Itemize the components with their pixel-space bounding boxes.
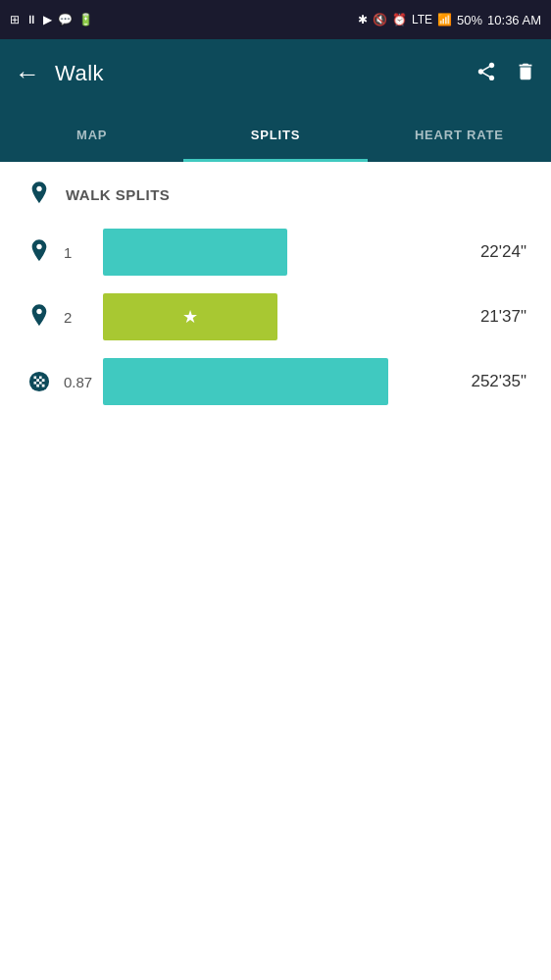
status-bar-left: ⊞ ⏸ ▶ 💬 🔋 bbox=[10, 13, 93, 26]
svg-rect-15 bbox=[39, 385, 42, 387]
svg-rect-10 bbox=[36, 382, 39, 385]
battery-low-icon: 🔋 bbox=[78, 13, 93, 26]
bluetooth-icon: ✱ bbox=[358, 13, 368, 26]
svg-rect-14 bbox=[36, 385, 39, 387]
svg-rect-7 bbox=[39, 379, 42, 382]
tab-splits[interactable]: SPLITS bbox=[183, 108, 367, 162]
svg-rect-6 bbox=[36, 379, 39, 382]
svg-rect-8 bbox=[42, 379, 45, 382]
svg-rect-2 bbox=[36, 377, 39, 380]
split-1-number: 1 bbox=[64, 244, 93, 261]
split-2-number: 2 bbox=[64, 309, 93, 326]
header-actions bbox=[476, 61, 536, 87]
tab-map[interactable]: MAP bbox=[0, 108, 183, 162]
split-2-star-icon: ★ bbox=[182, 306, 198, 328]
page-title: Walk bbox=[55, 61, 476, 86]
header: ← Walk bbox=[0, 39, 551, 108]
split-1-pin-icon bbox=[25, 239, 54, 265]
signal-icon: LTE bbox=[412, 13, 432, 26]
split-2-pin-icon bbox=[25, 304, 54, 330]
split-row-3: 0.87 252'35" bbox=[25, 358, 526, 405]
split-3-time: 252'35" bbox=[448, 372, 526, 391]
svg-rect-1 bbox=[34, 377, 37, 380]
tab-bar: MAP SPLITS HEART RATE bbox=[0, 108, 551, 162]
split-2-bar: ★ bbox=[103, 293, 277, 340]
tab-heart-rate[interactable]: HEART RATE bbox=[368, 108, 551, 162]
split-1-time: 22'24" bbox=[448, 242, 526, 262]
volume-mute-icon: 🔇 bbox=[373, 13, 387, 26]
add-icon: ⊞ bbox=[10, 13, 20, 26]
svg-rect-13 bbox=[34, 385, 37, 387]
section-pin-icon bbox=[25, 181, 54, 207]
split-2-bar-container: ★ bbox=[103, 293, 438, 340]
time-display: 10:36 AM bbox=[487, 13, 541, 27]
split-3-checker-icon bbox=[25, 371, 54, 392]
split-row-1: 1 22'24" bbox=[25, 229, 526, 276]
content-area: WALK SPLITS 1 22'24" 2 ★ 21'37" bbox=[0, 162, 551, 442]
split-3-bar bbox=[103, 358, 388, 405]
svg-rect-11 bbox=[39, 382, 42, 385]
youtube-icon: ▶ bbox=[43, 13, 52, 26]
section-header-text: WALK SPLITS bbox=[66, 186, 170, 203]
svg-rect-5 bbox=[34, 379, 37, 382]
svg-rect-9 bbox=[34, 382, 37, 385]
alarm-icon: ⏰ bbox=[392, 13, 407, 26]
svg-rect-12 bbox=[42, 382, 45, 385]
split-2-time: 21'37" bbox=[448, 307, 526, 327]
share-button[interactable] bbox=[476, 61, 497, 87]
svg-rect-16 bbox=[42, 385, 45, 387]
split-row-2: 2 ★ 21'37" bbox=[25, 293, 526, 340]
svg-rect-3 bbox=[39, 377, 42, 380]
battery-percent: 50% bbox=[457, 13, 482, 27]
pause-icon: ⏸ bbox=[25, 13, 37, 26]
wifi-icon: 📶 bbox=[437, 13, 452, 26]
message-icon: 💬 bbox=[58, 13, 73, 26]
split-1-bar-container bbox=[103, 229, 438, 276]
section-header: WALK SPLITS bbox=[25, 181, 526, 207]
delete-button[interactable] bbox=[515, 61, 536, 87]
back-button[interactable]: ← bbox=[15, 59, 40, 89]
status-bar: ⊞ ⏸ ▶ 💬 🔋 ✱ 🔇 ⏰ LTE 📶 50% 10:36 AM bbox=[0, 0, 551, 39]
split-1-bar bbox=[103, 229, 287, 276]
split-3-number: 0.87 bbox=[64, 374, 93, 390]
status-bar-right: ✱ 🔇 ⏰ LTE 📶 50% 10:36 AM bbox=[358, 13, 541, 27]
svg-rect-4 bbox=[42, 377, 45, 380]
split-3-bar-container bbox=[103, 358, 438, 405]
